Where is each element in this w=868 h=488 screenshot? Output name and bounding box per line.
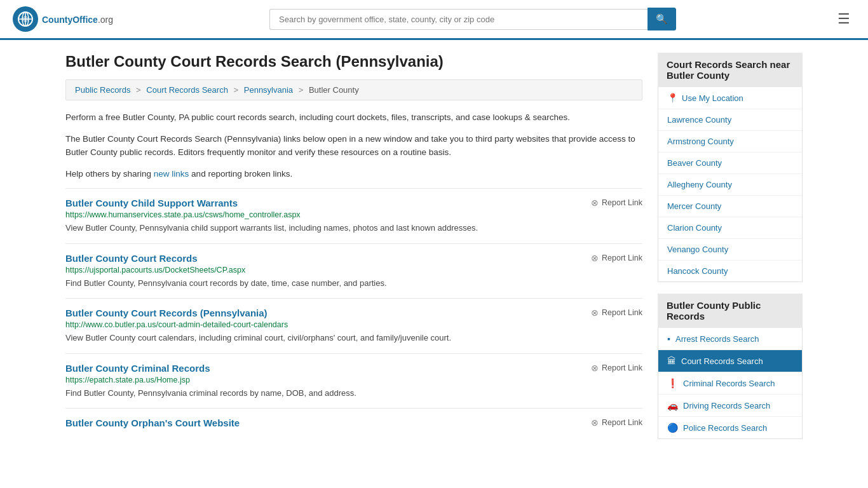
record-item: Butler County Criminal Records ⊗ Report … bbox=[65, 353, 642, 409]
nearby-county-item: Hancock County bbox=[658, 261, 802, 281]
nearby-county-item: Lawrence County bbox=[658, 109, 802, 131]
nearby-county-link-5[interactable]: Clarion County bbox=[667, 223, 722, 233]
header: CountyOffice.org 🔍 ☰ bbox=[0, 0, 868, 40]
page-title: Butler County Court Records Search (Penn… bbox=[65, 53, 642, 71]
report-link-btn-2[interactable]: ⊗ Report Link bbox=[591, 308, 642, 318]
nearby-county-item: Allegheny County bbox=[658, 174, 802, 196]
nearby-counties-list: Lawrence CountyArmstrong CountyBeaver Co… bbox=[658, 109, 802, 281]
record-header: Butler County Court Records (Pennsylvani… bbox=[65, 308, 642, 318]
nearby-county-link-0[interactable]: Lawrence County bbox=[667, 115, 731, 125]
record-title-0[interactable]: Butler County Child Support Warrants bbox=[65, 198, 238, 208]
nearby-county-link-1[interactable]: Armstrong County bbox=[667, 137, 734, 146]
description-1: Perform a free Butler County, PA public … bbox=[65, 111, 642, 125]
new-links-link[interactable]: new links bbox=[154, 169, 189, 179]
record-url-0: https://www.humanservices.state.pa.us/cs… bbox=[65, 210, 642, 219]
record-header: Butler County Court Records ⊗ Report Lin… bbox=[65, 253, 642, 264]
pub-rec-link-4[interactable]: 🔵Police Records Search bbox=[658, 417, 802, 438]
record-desc-1: Find Butler County, Pennsylvania court r… bbox=[65, 277, 642, 290]
logo-icon bbox=[13, 6, 38, 32]
record-item: Butler County Court Records (Pennsylvani… bbox=[65, 298, 642, 353]
public-records-links: ▪Arrest Records Search🏛Court Records Sea… bbox=[658, 328, 803, 439]
report-link-label: Report Link bbox=[602, 254, 642, 262]
record-header: Butler County Criminal Records ⊗ Report … bbox=[65, 363, 642, 374]
nearby-county-link-6[interactable]: Venango County bbox=[667, 245, 728, 254]
rec-icon-0: ▪ bbox=[667, 334, 670, 344]
pub-rec-link-2[interactable]: ❗Criminal Records Search bbox=[658, 372, 802, 395]
public-records-list: ▪Arrest Records Search🏛Court Records Sea… bbox=[658, 328, 802, 438]
content-area: Butler County Court Records Search (Penn… bbox=[65, 53, 642, 439]
record-url-2: http://www.co.butler.pa.us/court-admin-d… bbox=[65, 320, 642, 329]
report-link-label: Report Link bbox=[602, 418, 642, 427]
report-icon: ⊗ bbox=[591, 253, 599, 263]
menu-button[interactable]: ☰ bbox=[832, 8, 855, 30]
report-link-label: Report Link bbox=[602, 308, 642, 317]
nearby-section-header: Court Records Search near Butler County bbox=[658, 53, 803, 87]
main-container: Butler County Court Records Search (Penn… bbox=[53, 40, 815, 452]
nearby-county-item: Mercer County bbox=[658, 196, 802, 217]
rec-label-2: Criminal Records Search bbox=[683, 379, 775, 388]
rec-icon-1: 🏛 bbox=[667, 356, 676, 366]
nearby-county-item: Venango County bbox=[658, 239, 802, 261]
pub-rec-link-1[interactable]: 🏛Court Records Search bbox=[658, 350, 802, 372]
pub-rec-link-3[interactable]: 🚗Driving Records Search bbox=[658, 395, 802, 417]
record-desc-0: View Butler County, Pennsylvania child s… bbox=[65, 222, 642, 234]
rec-label-4: Police Records Search bbox=[683, 423, 767, 433]
report-icon: ⊗ bbox=[591, 308, 599, 318]
nearby-county-link-2[interactable]: Beaver County bbox=[667, 158, 722, 168]
report-icon: ⊗ bbox=[591, 363, 599, 373]
report-link-label: Report Link bbox=[602, 198, 642, 207]
rec-icon-3: 🚗 bbox=[667, 400, 678, 410]
search-button[interactable]: 🔍 bbox=[648, 8, 676, 30]
report-link-btn-4[interactable]: ⊗ Report Link bbox=[591, 417, 642, 428]
breadcrumb-public-records[interactable]: Public Records bbox=[75, 85, 130, 95]
record-desc-2: View Butler County court calendars, incl… bbox=[65, 332, 642, 344]
logo-area: CountyOffice.org bbox=[13, 6, 113, 32]
record-title-1[interactable]: Butler County Court Records bbox=[65, 253, 198, 264]
rec-label-1: Court Records Search bbox=[681, 356, 763, 366]
record-header: Butler County Child Support Warrants ⊗ R… bbox=[65, 198, 642, 208]
pub-rec-link-0[interactable]: ▪Arrest Records Search bbox=[658, 328, 802, 350]
search-area: 🔍 bbox=[269, 8, 676, 30]
report-link-btn-3[interactable]: ⊗ Report Link bbox=[591, 363, 642, 373]
nearby-county-link-3[interactable]: Allegheny County bbox=[667, 180, 732, 189]
record-title-4[interactable]: Butler County Orphan's Court Website bbox=[65, 417, 240, 428]
breadcrumb-pennsylvania[interactable]: Pennsylvania bbox=[244, 85, 293, 95]
breadcrumb-current: Butler County bbox=[309, 85, 359, 95]
search-input[interactable] bbox=[269, 9, 648, 30]
nearby-county-link-7[interactable]: Hancock County bbox=[667, 266, 728, 276]
description-2: The Butler County Court Records Search (… bbox=[65, 132, 642, 159]
record-desc-3: Find Butler County, Pennsylvania crimina… bbox=[65, 387, 642, 400]
description-3: Help others by sharing new links and rep… bbox=[65, 167, 642, 181]
record-item: Butler County Child Support Warrants ⊗ R… bbox=[65, 188, 642, 243]
record-url-3: https://epatch.state.pa.us/Home.jsp bbox=[65, 376, 642, 384]
location-icon: 📍 bbox=[667, 93, 678, 103]
nearby-county-item: Clarion County bbox=[658, 217, 802, 239]
rec-icon-4: 🔵 bbox=[667, 423, 678, 433]
report-icon: ⊗ bbox=[591, 198, 599, 208]
record-header: Butler County Orphan's Court Website ⊗ R… bbox=[65, 417, 642, 428]
breadcrumb: Public Records > Court Records Search > … bbox=[65, 79, 642, 100]
report-link-btn-1[interactable]: ⊗ Report Link bbox=[591, 253, 642, 263]
report-icon: ⊗ bbox=[591, 417, 599, 428]
logo-text: CountyOffice.org bbox=[42, 13, 113, 26]
nearby-counties-container: 📍 Use My Location Lawrence CountyArmstro… bbox=[658, 87, 803, 282]
nearby-county-item: Beaver County bbox=[658, 152, 802, 174]
report-link-label: Report Link bbox=[602, 363, 642, 372]
record-url-1: https://ujsportal.pacourts.us/DocketShee… bbox=[65, 266, 642, 274]
record-title-2[interactable]: Butler County Court Records (Pennsylvani… bbox=[65, 308, 268, 318]
rec-label-3: Driving Records Search bbox=[683, 401, 770, 410]
breadcrumb-court-records[interactable]: Court Records Search bbox=[146, 85, 228, 95]
sidebar: Court Records Search near Butler County … bbox=[658, 53, 803, 439]
records-list: Butler County Child Support Warrants ⊗ R… bbox=[65, 188, 642, 439]
use-my-location-label: Use My Location bbox=[682, 93, 743, 103]
use-my-location-link[interactable]: 📍 Use My Location bbox=[658, 87, 802, 109]
rec-icon-2: ❗ bbox=[667, 378, 678, 388]
nearby-county-item: Armstrong County bbox=[658, 131, 802, 152]
nearby-county-link-4[interactable]: Mercer County bbox=[667, 201, 721, 211]
report-link-btn-0[interactable]: ⊗ Report Link bbox=[591, 198, 642, 208]
record-item: Butler County Court Records ⊗ Report Lin… bbox=[65, 243, 642, 299]
record-title-3[interactable]: Butler County Criminal Records bbox=[65, 363, 210, 374]
record-item: Butler County Orphan's Court Website ⊗ R… bbox=[65, 408, 642, 439]
public-records-section-header: Butler County Public Records bbox=[658, 294, 803, 328]
rec-label-0: Arrest Records Search bbox=[675, 334, 759, 344]
